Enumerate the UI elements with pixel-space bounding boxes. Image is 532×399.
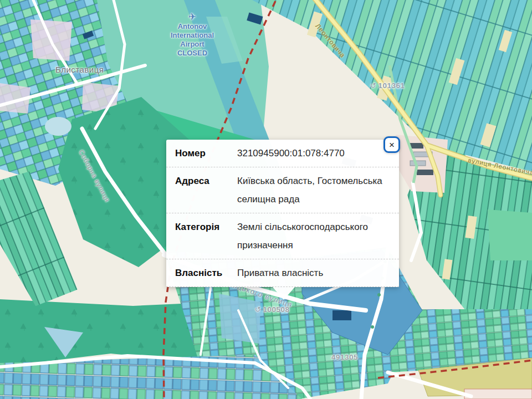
parcel-address-value: Київська область, Гостомельська селищна …: [237, 172, 390, 208]
popup-row-number: Номер 3210945900:01:078:4770: [166, 140, 399, 167]
popup-row-ownership: Власність Приватна власність: [166, 259, 399, 287]
field-label: Адреса: [175, 172, 237, 208]
popup-row-address: Адреса Київська область, Гостомельська с…: [166, 167, 399, 213]
field-label: Власність: [175, 264, 237, 282]
field-label: Категорія: [175, 218, 237, 254]
popup-pointer-tail: [273, 287, 295, 300]
parcel-ownership-value: Приватна власність: [237, 264, 390, 282]
popup-row-category: Категорія Землі сільськогосподарського п…: [166, 213, 399, 259]
popup-close-button[interactable]: ×: [383, 136, 400, 153]
cadastral-map-viewport[interactable]: ✈ Antonov International Airport CLOSED Б…: [0, 0, 532, 399]
field-label: Номер: [175, 144, 237, 162]
parcel-info-popup: Номер 3210945900:01:078:4770 Адреса Київ…: [166, 140, 399, 287]
parcel-number-value: 3210945900:01:078:4770: [237, 144, 390, 162]
parcel-category-value: Землі сільськогосподарського призначення: [237, 218, 390, 254]
close-icon: ×: [389, 140, 395, 150]
